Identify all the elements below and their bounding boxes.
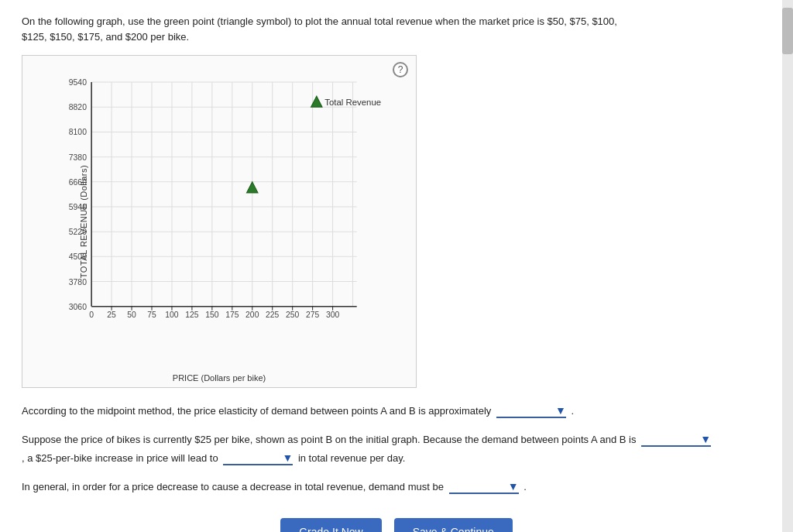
svg-text:150: 150 bbox=[205, 311, 219, 319]
q1-text-before: According to the midpoint method, the pr… bbox=[22, 405, 491, 417]
svg-text:9540: 9540 bbox=[69, 78, 87, 87]
svg-text:200: 200 bbox=[245, 311, 259, 319]
page-container: On the following graph, use the green po… bbox=[0, 0, 793, 532]
q3-text-after: . bbox=[524, 481, 527, 493]
q1-dropdown-wrapper[interactable]: 0.2 0.5 1.0 1.5 2.0 ▼ bbox=[496, 405, 566, 418]
question-2: Suppose the price of bikes is currently … bbox=[22, 431, 719, 467]
q2-dropdown2[interactable]: an increase a decrease no change bbox=[223, 452, 288, 464]
q3-text-before: In general, in order for a price decreas… bbox=[22, 481, 444, 493]
scrollbar-thumb[interactable] bbox=[782, 8, 793, 54]
svg-text:75: 75 bbox=[147, 311, 156, 319]
q2-text-after: in total revenue per day. bbox=[298, 452, 406, 464]
save-continue-button[interactable]: Save & Continue bbox=[394, 518, 513, 532]
svg-text:250: 250 bbox=[286, 311, 300, 319]
svg-text:125: 125 bbox=[185, 311, 199, 319]
q2-dropdown2-wrapper[interactable]: an increase a decrease no change ▼ bbox=[223, 452, 293, 465]
q2-text-mid: , a $25-per-bike increase in price will … bbox=[22, 452, 218, 464]
x-axis-label: PRICE (Dollars per bike) bbox=[173, 373, 266, 383]
svg-text:3060: 3060 bbox=[69, 303, 87, 311]
svg-text:3780: 3780 bbox=[69, 278, 87, 287]
svg-text:225: 225 bbox=[266, 311, 280, 319]
svg-text:8100: 8100 bbox=[69, 129, 87, 137]
instructions: On the following graph, use the green po… bbox=[22, 14, 626, 44]
svg-text:5220: 5220 bbox=[69, 228, 87, 236]
svg-text:4500: 4500 bbox=[69, 253, 87, 262]
q1-dropdown[interactable]: 0.2 0.5 1.0 1.5 2.0 bbox=[496, 405, 558, 417]
svg-text:175: 175 bbox=[225, 311, 239, 319]
svg-text:300: 300 bbox=[326, 311, 340, 319]
q2-text-before: Suppose the price of bikes is currently … bbox=[22, 434, 637, 445]
q3-dropdown[interactable]: elastic inelastic unit elastic bbox=[449, 481, 511, 493]
grade-it-now-button[interactable]: Grade It Now bbox=[280, 518, 381, 532]
svg-text:100: 100 bbox=[165, 311, 179, 319]
q2-dropdown1[interactable]: elastic inelastic unit elastic bbox=[641, 434, 703, 445]
chart-svg: 9540 8820 8100 7380 6660 5940 5220 4500 … bbox=[67, 67, 405, 347]
scrollbar[interactable] bbox=[782, 0, 793, 532]
question-3: In general, in order for a price decreas… bbox=[22, 478, 719, 496]
svg-text:6660: 6660 bbox=[69, 178, 87, 187]
svg-text:8820: 8820 bbox=[69, 103, 87, 112]
svg-text:5940: 5940 bbox=[69, 203, 87, 211]
svg-text:275: 275 bbox=[306, 311, 320, 319]
q1-text-after: . bbox=[572, 405, 575, 417]
svg-text:Total Revenue: Total Revenue bbox=[324, 98, 381, 107]
question-1: According to the midpoint method, the pr… bbox=[22, 402, 719, 420]
q3-dropdown-wrapper[interactable]: elastic inelastic unit elastic ▼ bbox=[449, 481, 519, 494]
svg-text:0: 0 bbox=[89, 311, 94, 319]
q2-dropdown1-wrapper[interactable]: elastic inelastic unit elastic ▼ bbox=[641, 434, 711, 447]
chart-area: 9540 8820 8100 7380 6660 5940 5220 4500 … bbox=[67, 67, 405, 347]
svg-text:25: 25 bbox=[107, 311, 116, 319]
svg-text:50: 50 bbox=[127, 311, 136, 319]
data-point-triangle[interactable] bbox=[246, 182, 258, 193]
buttons-row: Grade It Now Save & Continue bbox=[22, 518, 771, 532]
svg-text:7380: 7380 bbox=[69, 153, 87, 162]
graph-container: ? TOTAL REVENUE (Dollars) bbox=[22, 55, 417, 388]
